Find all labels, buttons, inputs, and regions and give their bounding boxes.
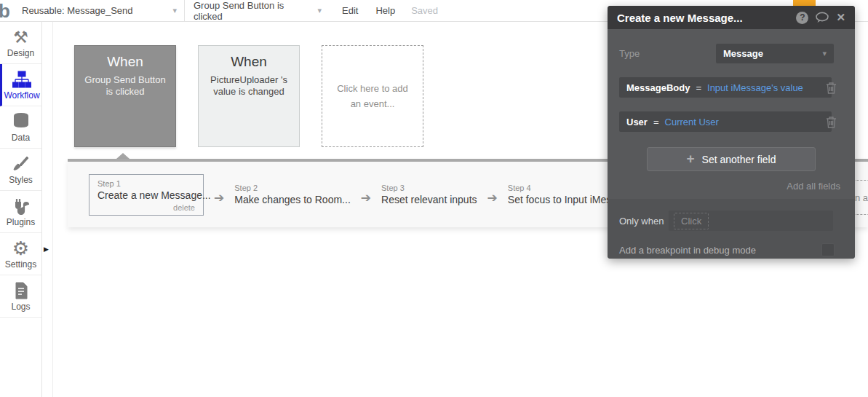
field-row-messagebody: MessageBody = Input iMessage's value [619, 77, 843, 98]
design-tools-icon: ⚒ [13, 27, 28, 47]
field-operator: = [696, 82, 701, 93]
event-subtitle: PictureUploader 's value is changed [199, 70, 299, 98]
plus-icon: + [686, 151, 694, 167]
bubble-logo: b [0, 1, 13, 20]
sidebar-item-label: Workflow [4, 90, 39, 101]
sidebar-item-design[interactable]: ⚒ Design [0, 22, 41, 64]
step-1-card[interactable]: Step 1 Create a new Message... delete [89, 174, 204, 216]
comment-icon[interactable] [815, 12, 829, 24]
panel-header[interactable]: Create a new Message... ? ✕ [608, 6, 855, 29]
sidebar-item-plugins[interactable]: Plugins [0, 191, 41, 233]
step-3-card[interactable]: Step 3 Reset relevant inputs [381, 184, 477, 205]
field-expression[interactable]: MessageBody = Input iMessage's value [619, 77, 832, 98]
step-title: Create a new Message... [97, 189, 195, 201]
canvas-left-edge [52, 22, 53, 397]
event-box-group-send-clicked[interactable]: When Group Send Button is clicked [74, 45, 176, 147]
sidebar-item-label: Plugins [7, 217, 35, 227]
close-icon[interactable]: ✕ [836, 11, 845, 24]
breakpoint-label: Add a breakpoint in debug mode [619, 245, 756, 256]
gear-icon: ⚙ [12, 238, 29, 259]
sidebar: ⚒ Design Workflow Data Styles Plugins ⚙ … [0, 22, 42, 397]
sidebar-item-label: Design [7, 48, 34, 58]
step-number: Step 3 [381, 184, 477, 192]
help-icon[interactable]: ? [796, 12, 808, 24]
type-dropdown[interactable]: Message ▾ [716, 44, 834, 63]
event-subtitle: Group Send Button is clicked [75, 70, 175, 98]
event-title: When [75, 46, 175, 70]
trash-icon[interactable] [826, 82, 837, 97]
paintbrush-icon [12, 154, 30, 174]
workflow-selector-label: Group Send Button is clicked [194, 0, 308, 22]
add-all-fields-link[interactable]: Add all fields [619, 181, 843, 192]
step-arrow-icon: ➔ [477, 190, 508, 205]
field-expression[interactable]: User = Current User [619, 111, 832, 132]
only-when-placeholder: Click [674, 213, 709, 229]
set-another-field-button[interactable]: + Set another field [647, 147, 816, 171]
sidebar-item-label: Styles [9, 175, 33, 185]
event-box-pictureuploader-changed[interactable]: When PictureUploader 's value is changed [198, 45, 300, 147]
field-row-user: User = Current User [619, 111, 843, 132]
chevron-down-icon: ▾ [172, 6, 177, 15]
step-number: Step 1 [97, 179, 195, 188]
step-number: Step 2 [234, 184, 351, 192]
workflow-icon [12, 69, 31, 90]
saved-status: Saved [408, 5, 438, 16]
step-title: Make changes to Room... [234, 194, 351, 205]
breakpoint-checkbox[interactable] [821, 243, 835, 256]
field-name: MessageBody [626, 82, 690, 93]
chevron-down-icon: ▾ [822, 49, 827, 58]
panel-title: Create a new Message... [617, 12, 789, 24]
field-value-expression[interactable]: Input iMessage's value [707, 82, 803, 93]
chevron-down-icon: ▾ [317, 6, 322, 15]
sidebar-item-label: Logs [11, 302, 30, 312]
event-title: When [199, 46, 299, 70]
field-name: User [626, 117, 648, 127]
field-operator: = [653, 117, 659, 127]
step-arrow-icon: ➔ [351, 190, 381, 205]
step-delete-link[interactable]: delete [97, 203, 195, 212]
sidebar-item-logs[interactable]: Logs [0, 275, 41, 318]
plug-icon [12, 196, 30, 216]
help-menu[interactable]: Help [371, 5, 408, 16]
sidebar-expand-arrow[interactable]: ▶ [44, 245, 49, 253]
document-icon [14, 280, 28, 301]
database-icon [13, 111, 29, 132]
step-2-card[interactable]: Step 2 Make changes to Room... [234, 184, 351, 205]
set-another-field-label: Set another field [702, 154, 776, 165]
step-arrow-icon: ➔ [204, 190, 234, 205]
sidebar-item-data[interactable]: Data [0, 106, 41, 149]
edit-menu[interactable]: Edit [329, 5, 371, 16]
add-event-placeholder[interactable]: Click here to add an event... [322, 45, 423, 147]
type-dropdown-value: Message [723, 48, 822, 59]
trash-icon[interactable] [826, 116, 837, 131]
step-title: Reset relevant inputs [381, 194, 477, 205]
only-when-input[interactable]: Click [669, 211, 833, 231]
sidebar-item-label: Data [12, 133, 30, 143]
workflow-selector-dropdown[interactable]: Group Send Button is clicked ▾ [185, 0, 329, 22]
app-selector-label: Reusable: Message_Send [22, 5, 133, 16]
action-property-panel: Create a new Message... ? ✕ Type Message… [608, 6, 855, 259]
type-label: Type [619, 48, 640, 59]
only-when-label: Only when [619, 216, 669, 227]
app-selector-dropdown[interactable]: Reusable: Message_Send ▾ [13, 0, 184, 22]
steps-bar-caret [116, 153, 130, 159]
sidebar-item-styles[interactable]: Styles [0, 149, 41, 191]
sidebar-item-workflow[interactable]: Workflow [0, 64, 41, 106]
sidebar-item-settings[interactable]: ⚙ Settings [0, 233, 41, 275]
field-value-expression[interactable]: Current User [665, 117, 719, 127]
add-event-placeholder-label: Click here to add an event... [322, 81, 423, 111]
sidebar-item-label: Settings [5, 259, 36, 270]
panel-footer: Only when Click Add a breakpoint in debu… [608, 199, 855, 259]
